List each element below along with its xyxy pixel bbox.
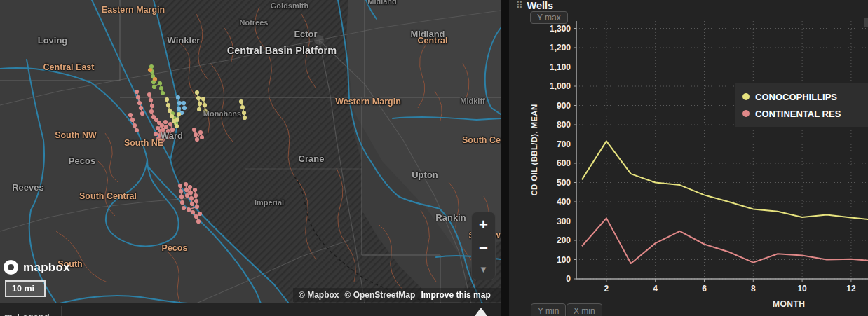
legend-toggle-label: Legend <box>17 312 49 316</box>
svg-text:10: 10 <box>797 284 807 294</box>
wells-panel: ⠿ Wells Y max 01002003004005006007008009… <box>509 0 868 316</box>
mapbox-logo-icon <box>4 260 18 275</box>
map-scale-bar: 10 mi <box>5 280 46 297</box>
attribution-mapbox-link[interactable]: © Mapbox <box>299 290 339 300</box>
legend-item[interactable]: CONTINENTAL RES <box>742 105 868 122</box>
map-zoom-control: + − ▼ <box>471 212 496 280</box>
svg-text:4: 4 <box>653 284 658 294</box>
svg-text:12: 12 <box>846 284 856 294</box>
svg-text:800: 800 <box>557 120 571 130</box>
legend-item[interactable]: CONOCOPHILLIPS <box>742 88 868 105</box>
drag-handle-icon[interactable]: ⠿ <box>516 0 523 11</box>
chart-legend: CONOCOPHILLIPSCONTINENTAL RES <box>735 83 868 127</box>
bottombar-divider <box>463 306 463 316</box>
app-window: LovingWinklerEctorMidlandWardCraneUptonR… <box>0 0 868 316</box>
legend-toggle[interactable]: ▦ Legend <box>4 312 50 316</box>
svg-text:2: 2 <box>604 284 609 294</box>
legend-grid-icon: ▦ <box>4 312 12 316</box>
panel-title: Wells <box>527 0 554 11</box>
series-CONOCOPHILLIPS <box>582 141 868 220</box>
scrollbar-fragment <box>864 18 868 27</box>
mapbox-wordmark: mapbox <box>23 261 70 275</box>
legend-series-label: CONOCOPHILLIPS <box>755 92 837 102</box>
panel-header: ⠿ Wells <box>516 0 553 11</box>
svg-text:1,300: 1,300 <box>550 24 571 34</box>
map-graphics <box>0 0 501 303</box>
series-CONTINENTAL RES <box>582 218 868 263</box>
y-min-input[interactable]: Y min <box>531 303 566 316</box>
y-max-input[interactable]: Y max <box>530 11 568 24</box>
svg-text:400: 400 <box>557 197 571 207</box>
attribution-osm-link[interactable]: © OpenStreetMap <box>345 290 416 300</box>
svg-text:200: 200 <box>557 235 571 245</box>
y-axis-title: CD OIL (BBL/D), MEAN <box>530 94 540 206</box>
legend-dot-icon <box>742 93 750 100</box>
svg-text:1,100: 1,100 <box>550 62 571 72</box>
zoom-out-button[interactable]: − <box>472 237 495 259</box>
map-bottom-bar: ▦ Legend <box>0 303 501 316</box>
map-canvas[interactable]: LovingWinklerEctorMidlandWardCraneUptonR… <box>0 0 501 303</box>
x-min-input[interactable]: X min <box>567 303 602 316</box>
legend-dot-icon <box>742 110 750 117</box>
x-axis-title: MONTH <box>773 299 806 309</box>
bottombar-divider <box>61 306 62 316</box>
zoom-in-button[interactable]: + <box>472 214 495 236</box>
city-area <box>314 35 324 45</box>
line-chart[interactable]: 01002003004005006007008009001,0001,1001,… <box>509 0 868 316</box>
svg-text:6: 6 <box>702 284 707 294</box>
chevron-up-icon[interactable] <box>474 307 488 316</box>
map-attribution: © Mapbox © OpenStreetMap Improve this ma… <box>293 288 501 302</box>
svg-text:300: 300 <box>557 217 571 226</box>
legend-series-label: CONTINENTAL RES <box>755 109 841 119</box>
scale-label: 10 mi <box>12 284 34 294</box>
expand-chevron-button[interactable]: ▼ <box>472 260 495 278</box>
svg-text:900: 900 <box>557 101 571 111</box>
svg-text:0: 0 <box>566 274 571 284</box>
svg-text:600: 600 <box>557 158 571 168</box>
svg-text:1,200: 1,200 <box>550 43 571 53</box>
panel-divider <box>501 0 509 316</box>
mapbox-logo[interactable]: mapbox <box>4 260 70 275</box>
svg-text:8: 8 <box>751 284 756 294</box>
svg-text:500: 500 <box>557 178 571 188</box>
svg-text:1,000: 1,000 <box>550 81 571 91</box>
svg-text:700: 700 <box>557 139 571 149</box>
svg-text:100: 100 <box>557 255 571 265</box>
improve-map-link[interactable]: Improve this map <box>421 290 490 300</box>
